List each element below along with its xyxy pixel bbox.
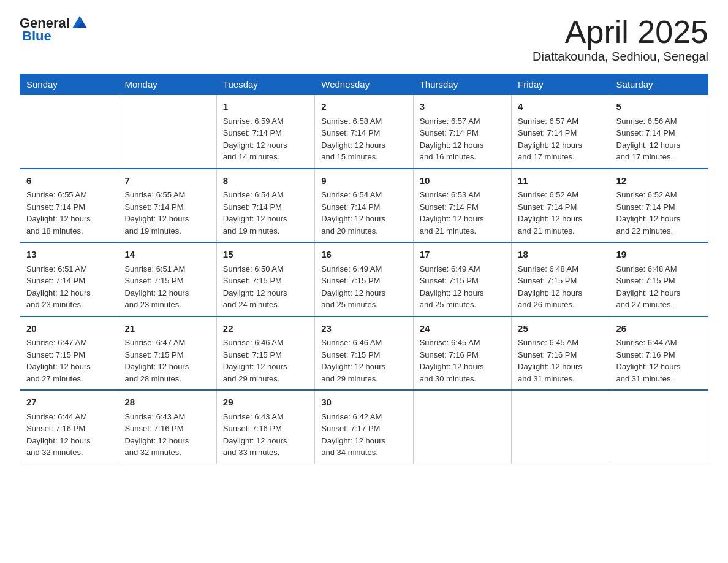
- day-info: Sunrise: 6:59 AMSunset: 7:14 PMDaylight:…: [223, 115, 308, 163]
- calendar-week-row: 1Sunrise: 6:59 AMSunset: 7:14 PMDaylight…: [20, 95, 708, 169]
- day-info: Sunrise: 6:43 AMSunset: 7:16 PMDaylight:…: [124, 411, 210, 459]
- day-number: 3: [420, 100, 505, 114]
- day-info: Sunrise: 6:46 AMSunset: 7:15 PMDaylight:…: [321, 337, 406, 385]
- calendar-cell: [20, 95, 118, 169]
- weekday-header-tuesday: Tuesday: [216, 74, 314, 95]
- day-number: 18: [518, 248, 603, 262]
- calendar-cell: 23Sunrise: 6:46 AMSunset: 7:15 PMDayligh…: [315, 316, 413, 391]
- page-header: General Blue April 2025 Diattakounda, Se…: [20, 15, 708, 64]
- day-info: Sunrise: 6:55 AMSunset: 7:14 PMDaylight:…: [26, 189, 112, 237]
- calendar-cell: [118, 95, 216, 169]
- calendar-cell: 13Sunrise: 6:51 AMSunset: 7:14 PMDayligh…: [20, 242, 118, 316]
- calendar-cell: [610, 390, 708, 464]
- logo-blue-text: Blue: [22, 28, 51, 44]
- day-number: 16: [321, 248, 406, 262]
- day-info: Sunrise: 6:51 AMSunset: 7:15 PMDaylight:…: [124, 263, 210, 311]
- calendar-cell: 2Sunrise: 6:58 AMSunset: 7:14 PMDaylight…: [315, 95, 413, 169]
- day-info: Sunrise: 6:48 AMSunset: 7:15 PMDaylight:…: [518, 263, 603, 311]
- day-info: Sunrise: 6:49 AMSunset: 7:15 PMDaylight:…: [420, 263, 505, 311]
- calendar-table: SundayMondayTuesdayWednesdayThursdayFrid…: [20, 74, 708, 464]
- page-subtitle: Diattakounda, Sedhiou, Senegal: [533, 50, 708, 64]
- day-info: Sunrise: 6:52 AMSunset: 7:14 PMDaylight:…: [518, 189, 603, 237]
- day-number: 30: [321, 396, 406, 410]
- day-number: 5: [616, 100, 702, 114]
- weekday-header-sunday: Sunday: [20, 74, 118, 95]
- day-number: 26: [616, 322, 702, 336]
- calendar-cell: [413, 390, 511, 464]
- day-info: Sunrise: 6:42 AMSunset: 7:17 PMDaylight:…: [321, 411, 406, 459]
- weekday-header-friday: Friday: [512, 74, 610, 95]
- calendar-cell: 9Sunrise: 6:54 AMSunset: 7:14 PMDaylight…: [315, 169, 413, 243]
- weekday-header-monday: Monday: [118, 74, 216, 95]
- day-info: Sunrise: 6:57 AMSunset: 7:14 PMDaylight:…: [420, 115, 505, 163]
- day-number: 21: [124, 322, 210, 336]
- day-number: 1: [223, 100, 308, 114]
- calendar-cell: 12Sunrise: 6:52 AMSunset: 7:14 PMDayligh…: [610, 169, 708, 243]
- day-number: 7: [124, 174, 210, 188]
- calendar-week-row: 6Sunrise: 6:55 AMSunset: 7:14 PMDaylight…: [20, 169, 708, 243]
- day-number: 13: [26, 248, 112, 262]
- day-number: 19: [616, 248, 702, 262]
- day-number: 22: [223, 322, 308, 336]
- day-number: 24: [420, 322, 505, 336]
- calendar-cell: 4Sunrise: 6:57 AMSunset: 7:14 PMDaylight…: [512, 95, 610, 169]
- day-number: 4: [518, 100, 603, 114]
- calendar-week-row: 27Sunrise: 6:44 AMSunset: 7:16 PMDayligh…: [20, 390, 708, 464]
- page-title: April 2025: [533, 15, 708, 50]
- calendar-cell: 6Sunrise: 6:55 AMSunset: 7:14 PMDaylight…: [20, 169, 118, 243]
- day-info: Sunrise: 6:44 AMSunset: 7:16 PMDaylight:…: [616, 337, 702, 385]
- day-number: 20: [26, 322, 112, 336]
- day-number: 27: [26, 396, 112, 410]
- calendar-cell: 8Sunrise: 6:54 AMSunset: 7:14 PMDaylight…: [216, 169, 314, 243]
- day-info: Sunrise: 6:54 AMSunset: 7:14 PMDaylight:…: [321, 189, 406, 237]
- day-info: Sunrise: 6:51 AMSunset: 7:14 PMDaylight:…: [26, 263, 112, 311]
- day-info: Sunrise: 6:49 AMSunset: 7:15 PMDaylight:…: [321, 263, 406, 311]
- calendar-cell: 21Sunrise: 6:47 AMSunset: 7:15 PMDayligh…: [118, 316, 216, 391]
- calendar-cell: 10Sunrise: 6:53 AMSunset: 7:14 PMDayligh…: [413, 169, 511, 243]
- day-info: Sunrise: 6:53 AMSunset: 7:14 PMDaylight:…: [420, 189, 505, 237]
- weekday-header-saturday: Saturday: [610, 74, 708, 95]
- day-info: Sunrise: 6:47 AMSunset: 7:15 PMDaylight:…: [26, 337, 112, 385]
- day-info: Sunrise: 6:46 AMSunset: 7:15 PMDaylight:…: [223, 337, 308, 385]
- calendar-cell: 20Sunrise: 6:47 AMSunset: 7:15 PMDayligh…: [20, 316, 118, 391]
- calendar-cell: 22Sunrise: 6:46 AMSunset: 7:15 PMDayligh…: [216, 316, 314, 391]
- day-info: Sunrise: 6:50 AMSunset: 7:15 PMDaylight:…: [223, 263, 308, 311]
- title-block: April 2025 Diattakounda, Sedhiou, Senega…: [533, 15, 708, 64]
- calendar-cell: 27Sunrise: 6:44 AMSunset: 7:16 PMDayligh…: [20, 390, 118, 464]
- calendar-cell: 26Sunrise: 6:44 AMSunset: 7:16 PMDayligh…: [610, 316, 708, 391]
- calendar-cell: 16Sunrise: 6:49 AMSunset: 7:15 PMDayligh…: [315, 242, 413, 316]
- day-info: Sunrise: 6:55 AMSunset: 7:14 PMDaylight:…: [124, 189, 210, 237]
- day-info: Sunrise: 6:44 AMSunset: 7:16 PMDaylight:…: [26, 411, 112, 459]
- logo: General Blue: [20, 15, 89, 44]
- day-number: 6: [26, 174, 112, 188]
- day-info: Sunrise: 6:43 AMSunset: 7:16 PMDaylight:…: [223, 411, 308, 459]
- day-number: 10: [420, 174, 505, 188]
- calendar-cell: 3Sunrise: 6:57 AMSunset: 7:14 PMDaylight…: [413, 95, 511, 169]
- calendar-cell: 28Sunrise: 6:43 AMSunset: 7:16 PMDayligh…: [118, 390, 216, 464]
- day-number: 28: [124, 396, 210, 410]
- weekday-header-row: SundayMondayTuesdayWednesdayThursdayFrid…: [20, 74, 708, 95]
- calendar-cell: 25Sunrise: 6:45 AMSunset: 7:16 PMDayligh…: [512, 316, 610, 391]
- calendar-cell: 7Sunrise: 6:55 AMSunset: 7:14 PMDaylight…: [118, 169, 216, 243]
- day-info: Sunrise: 6:48 AMSunset: 7:15 PMDaylight:…: [616, 263, 702, 311]
- calendar-cell: 17Sunrise: 6:49 AMSunset: 7:15 PMDayligh…: [413, 242, 511, 316]
- weekday-header-thursday: Thursday: [413, 74, 511, 95]
- day-info: Sunrise: 6:54 AMSunset: 7:14 PMDaylight:…: [223, 189, 308, 237]
- day-number: 17: [420, 248, 505, 262]
- day-info: Sunrise: 6:45 AMSunset: 7:16 PMDaylight:…: [518, 337, 603, 385]
- calendar-cell: 5Sunrise: 6:56 AMSunset: 7:14 PMDaylight…: [610, 95, 708, 169]
- day-number: 12: [616, 174, 702, 188]
- day-info: Sunrise: 6:56 AMSunset: 7:14 PMDaylight:…: [616, 115, 702, 163]
- calendar-cell: 19Sunrise: 6:48 AMSunset: 7:15 PMDayligh…: [610, 242, 708, 316]
- calendar-cell: 14Sunrise: 6:51 AMSunset: 7:15 PMDayligh…: [118, 242, 216, 316]
- day-number: 25: [518, 322, 603, 336]
- day-info: Sunrise: 6:57 AMSunset: 7:14 PMDaylight:…: [518, 115, 603, 163]
- calendar-cell: 11Sunrise: 6:52 AMSunset: 7:14 PMDayligh…: [512, 169, 610, 243]
- day-number: 23: [321, 322, 406, 336]
- day-number: 2: [321, 100, 406, 114]
- calendar-cell: 15Sunrise: 6:50 AMSunset: 7:15 PMDayligh…: [216, 242, 314, 316]
- day-info: Sunrise: 6:47 AMSunset: 7:15 PMDaylight:…: [124, 337, 210, 385]
- day-number: 14: [124, 248, 210, 262]
- calendar-cell: 18Sunrise: 6:48 AMSunset: 7:15 PMDayligh…: [512, 242, 610, 316]
- calendar-cell: 29Sunrise: 6:43 AMSunset: 7:16 PMDayligh…: [216, 390, 314, 464]
